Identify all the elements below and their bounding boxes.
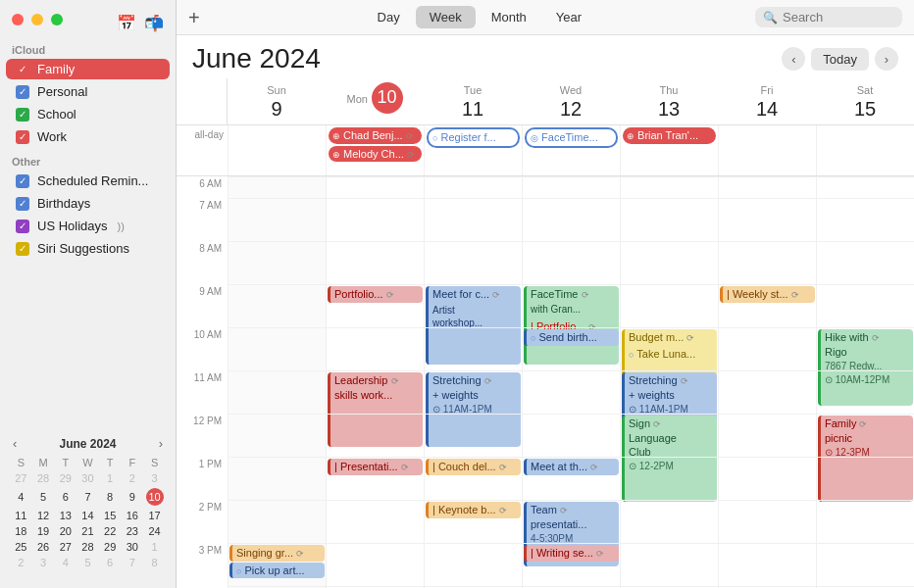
event-writing-wed[interactable]: | Writing se... ⟳ [524, 545, 619, 562]
sidebar-item-us-holidays[interactable]: ✓ US Holidays )) [6, 216, 170, 236]
tab-week[interactable]: Week [416, 6, 476, 28]
cell-12pm-sat[interactable]: Family ⟳ picnic ⊙ 12-3PM [816, 414, 914, 457]
cell-10am-mon[interactable] [326, 327, 424, 370]
mini-cal-day[interactable]: 7 [122, 555, 144, 570]
mini-cal-day[interactable]: 15 [99, 508, 122, 523]
cell-11am-tue[interactable]: Stretching ⟳ + weights ⊙ 11AM-1PM [424, 370, 522, 414]
cell-3pm-sat[interactable] [816, 543, 914, 586]
event-meet-wed[interactable]: Meet at th... ⟳ [524, 459, 619, 475]
cell-1pm-sat[interactable] [816, 457, 914, 500]
mini-cal-day[interactable]: 20 [54, 523, 76, 539]
work-checkbox[interactable]: ✓ [16, 130, 29, 144]
cell-6am-wed[interactable] [522, 176, 620, 198]
today-button[interactable]: Today [811, 48, 869, 71]
mini-cal-day[interactable]: 19 [32, 523, 55, 539]
event-portfolio-mon[interactable]: Portfolio... ⟳ [328, 286, 423, 303]
mini-cal-day[interactable]: 30 [122, 539, 144, 555]
mini-cal-day[interactable]: 28 [32, 470, 55, 486]
cal-body[interactable]: 6 AM 7 AM 8 AM [177, 176, 914, 588]
mini-cal-day[interactable]: 3 [32, 555, 55, 570]
mini-cal-day[interactable]: 30 [76, 470, 99, 486]
sidebar-item-family[interactable]: ✓ Family [6, 59, 170, 79]
cell-7am-fri[interactable] [718, 198, 816, 241]
cell-9am-mon[interactable]: Portfolio... ⟳ [326, 284, 424, 327]
event-send-birthday-wed[interactable]: ○ Send birth... [524, 329, 619, 346]
minimize-button[interactable] [31, 14, 43, 25]
cell-8am-sun[interactable] [228, 241, 326, 284]
event-couch-tue[interactable]: | Couch del... ⟳ [426, 459, 521, 475]
cell-7am-mon[interactable] [326, 198, 424, 241]
allday-event-melody[interactable]: ⊕ Melody Ch... ⟳ [329, 146, 422, 163]
cell-9am-fri[interactable]: | Weekly st... ⟳ [718, 284, 816, 327]
cell-2pm-wed[interactable]: Team ⟳ presentati... 4-5:30PM [522, 500, 620, 543]
cell-11am-sat[interactable] [816, 370, 914, 414]
add-event-button[interactable]: + [188, 8, 200, 27]
cell-10am-thu[interactable]: Budget m... ⟳ ○ Take Luna... [620, 327, 718, 370]
cell-6am-mon[interactable] [326, 176, 424, 198]
cell-11am-thu[interactable]: Stretching ⟳ + weights ⊙ 11AM-1PM [620, 370, 718, 414]
cell-7am-sat[interactable] [816, 198, 914, 241]
event-keynote-tue[interactable]: | Keynote b... ⟳ [426, 502, 521, 518]
siri-checkbox[interactable]: ✓ [16, 242, 29, 256]
mini-cal-day[interactable]: 1 [99, 470, 122, 486]
cell-2pm-sat[interactable] [816, 500, 914, 543]
mini-cal-day[interactable]: 26 [32, 539, 55, 555]
mini-cal-day[interactable]: 5 [76, 555, 99, 570]
mini-cal-day[interactable]: 8 [143, 555, 166, 570]
cell-1pm-sun[interactable] [228, 457, 326, 500]
cell-2pm-fri[interactable] [718, 500, 816, 543]
cell-10am-sun[interactable] [228, 327, 326, 370]
cell-9am-wed[interactable]: FaceTime ⟳ with Gran... | Portfolio... ⟳ [522, 284, 620, 327]
mini-cal-day[interactable]: 18 [10, 523, 32, 539]
mini-cal-day[interactable]: 25 [10, 539, 32, 555]
mini-cal-day[interactable]: 22 [99, 523, 122, 539]
cell-11am-wed[interactable] [522, 370, 620, 414]
maximize-button[interactable] [51, 14, 63, 25]
cell-9am-sun[interactable] [228, 284, 326, 327]
cell-7am-wed[interactable] [522, 198, 620, 241]
mini-cal-day[interactable]: 12 [32, 508, 55, 523]
cell-8am-fri[interactable] [718, 241, 816, 284]
cell-10am-tue[interactable] [424, 327, 522, 370]
cell-1pm-wed[interactable]: Meet at th... ⟳ [522, 457, 620, 500]
cell-9am-sat[interactable] [816, 284, 914, 327]
sidebar-item-birthdays[interactable]: ✓ Birthdays [6, 193, 170, 214]
mini-cal-day[interactable]: 27 [10, 470, 32, 486]
cell-8am-wed[interactable] [522, 241, 620, 284]
mini-cal-next[interactable]: › [156, 436, 166, 451]
mini-cal-day[interactable]: 6 [54, 486, 76, 508]
search-input[interactable] [783, 10, 894, 24]
mini-cal-day[interactable]: 7 [76, 486, 99, 508]
cell-6am-sun[interactable] [228, 176, 326, 198]
cell-1pm-tue[interactable]: | Couch del... ⟳ [424, 457, 522, 500]
cell-11am-sun[interactable] [228, 370, 326, 414]
mini-cal-day[interactable]: 3 [143, 470, 166, 486]
mini-cal-day[interactable]: 9 [122, 486, 144, 508]
mini-cal-day[interactable]: 1 [143, 539, 166, 555]
school-checkbox[interactable]: ✓ [16, 108, 29, 122]
cell-2pm-thu[interactable] [620, 500, 718, 543]
event-weekly-fri[interactable]: | Weekly st... ⟳ [720, 286, 815, 303]
cell-12pm-mon[interactable] [326, 414, 424, 457]
personal-checkbox[interactable]: ✓ [16, 85, 29, 99]
mini-cal-day[interactable]: 16 [122, 508, 144, 523]
close-button[interactable] [12, 14, 24, 25]
cell-12pm-thu[interactable]: Sign ⟳ Language Club ⊙ 12-2PM [620, 414, 718, 457]
mini-cal-day[interactable]: 21 [76, 523, 99, 539]
tab-day[interactable]: Day [364, 6, 414, 28]
cell-11am-fri[interactable] [718, 370, 816, 414]
cell-3pm-wed[interactable]: | Writing se... ⟳ [522, 543, 620, 586]
mini-cal-day[interactable]: 13 [54, 508, 76, 523]
cell-3pm-fri[interactable] [718, 543, 816, 586]
sidebar-item-personal[interactable]: ✓ Personal [6, 81, 170, 102]
mini-cal-day[interactable]: 29 [54, 470, 76, 486]
mini-cal-day[interactable]: 27 [54, 539, 76, 555]
sidebar-item-work[interactable]: ✓ Work [6, 126, 170, 147]
event-presentation-mon[interactable]: | Presentati... ⟳ [328, 459, 423, 475]
sidebar-item-reminders[interactable]: ✓ Scheduled Remin... [6, 171, 170, 191]
mini-cal-day[interactable]: 6 [99, 555, 122, 570]
cell-6am-thu[interactable] [620, 176, 718, 198]
cell-6am-fri[interactable] [718, 176, 816, 198]
cell-12pm-tue[interactable] [424, 414, 522, 457]
prev-week-button[interactable]: ‹ [782, 47, 805, 71]
